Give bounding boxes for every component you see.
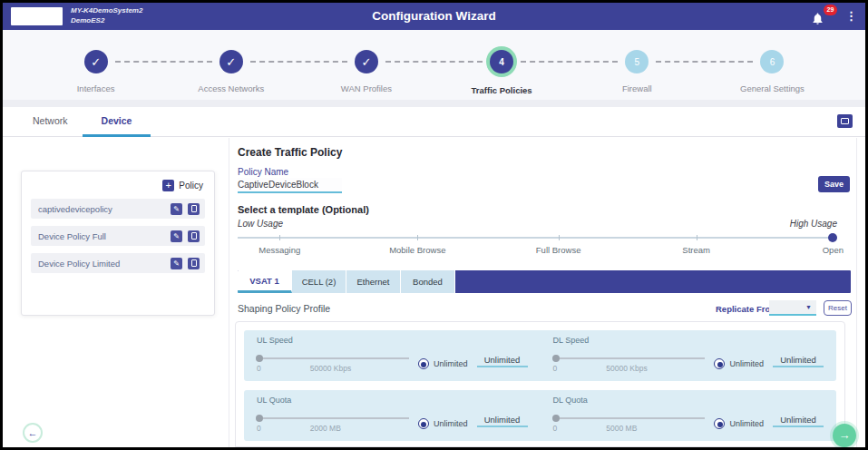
delete-icon[interactable]	[188, 203, 200, 215]
ul-speed-panel: UL Speed 0 50000 Kbps Unlimited	[244, 330, 541, 381]
policy-name: Device Policy Full	[31, 231, 171, 241]
slider-knob[interactable]	[256, 355, 263, 362]
template-heading: Select a template (Optional)	[238, 204, 369, 215]
ul-quota-panel: UL Quota 0 2000 MB Unlimited	[244, 390, 541, 441]
policy-name-input[interactable]	[238, 178, 342, 193]
speed-slider-row: UL Speed 0 50000 Kbps Unlimited DL Speed	[244, 330, 836, 381]
dropdown-arrow-icon: ▼	[805, 304, 812, 310]
trash-glyph	[191, 259, 197, 267]
quota-slider-row: UL Quota 0 2000 MB Unlimited DL Quota	[244, 390, 836, 441]
delete-icon[interactable]	[188, 230, 200, 242]
unlimited-radio[interactable]	[714, 358, 725, 369]
dl-speed-panel: DL Speed 0 50000 Kbps Unlimited	[541, 330, 837, 381]
slider-min: 0	[553, 424, 558, 433]
step-label: Traffic Policies	[472, 85, 532, 95]
slider-max: 50000 Kbps	[606, 364, 647, 373]
add-policy-button[interactable]: + Policy	[22, 171, 214, 199]
policy-list-item[interactable]: Device Policy Limited ✎	[31, 253, 205, 273]
dl-speed-label: DL Speed	[553, 336, 824, 345]
check-icon: ✓	[84, 50, 108, 73]
ul-speed-label: UL Speed	[257, 336, 528, 345]
replicate-from-dropdown[interactable]: ▼	[769, 300, 816, 316]
step-interfaces[interactable]: ✓ Interfaces	[28, 30, 163, 100]
slider-tick	[279, 235, 280, 240]
unlimited-radio[interactable]	[418, 418, 429, 429]
unlimited-radio[interactable]	[418, 358, 429, 369]
ul-quota-value-input[interactable]	[477, 413, 528, 427]
policy-list-item[interactable]: Device Policy Full ✎	[31, 226, 205, 246]
tab-cell[interactable]: CELL (2)	[292, 270, 346, 293]
slider-max: 5000 MB	[606, 424, 637, 433]
slider-min: 0	[257, 364, 261, 373]
ul-speed-slider[interactable]: 0 50000 Kbps	[257, 353, 409, 375]
step-firewall[interactable]: 5 Firewall	[570, 30, 705, 100]
reset-button[interactable]: Reset	[824, 300, 852, 316]
step-general-settings[interactable]: 6 General Settings	[705, 30, 840, 100]
high-usage-label: High Usage	[765, 219, 837, 229]
template-option-mobile-browse[interactable]: Mobile Browse	[389, 245, 445, 255]
slider-tick	[559, 235, 560, 240]
configuration-wizard-screen: MY-K4DemoSystem2 DemoES2 Configuration W…	[0, 0, 868, 450]
policy-name: captivedevicepolicy	[31, 204, 171, 214]
slider-knob[interactable]	[256, 415, 263, 422]
back-button[interactable]: ←	[23, 423, 43, 443]
panel-toggle-icon[interactable]	[837, 114, 853, 128]
slider-knob[interactable]	[552, 355, 560, 362]
template-slider-track[interactable]	[238, 237, 837, 239]
step-wan-profiles[interactable]: ✓ WAN Profiles	[298, 30, 434, 100]
delete-icon[interactable]	[188, 258, 200, 269]
check-icon: ✓	[219, 50, 243, 73]
slider-min: 0	[257, 424, 261, 433]
policy-name-label: Policy Name	[238, 167, 288, 177]
dl-speed-slider[interactable]: 0 50000 Kbps	[553, 353, 706, 375]
unlimited-radio[interactable]	[714, 418, 725, 429]
policy-name: Device Policy Limited	[31, 259, 171, 269]
template-option-stream[interactable]: Stream	[682, 245, 710, 255]
tab-device[interactable]: Device	[83, 107, 151, 137]
slider-min: 0	[553, 364, 558, 373]
ul-quota-slider[interactable]: 0 2000 MB	[257, 413, 409, 435]
wizard-stepper: ✓ Interfaces ✓ Access Networks ✓ WAN Pro…	[3, 30, 865, 100]
notifications-button[interactable]: 29	[811, 8, 829, 26]
forward-button[interactable]: →	[833, 424, 856, 447]
shaping-profile-card: UL Speed 0 50000 Kbps Unlimited DL Speed	[235, 321, 845, 447]
template-option-messaging[interactable]: Messaging	[258, 245, 300, 255]
section-separator	[3, 100, 865, 107]
notification-badge: 29	[824, 5, 837, 15]
template-option-full-browse[interactable]: Full Browse	[536, 245, 581, 255]
kebab-menu-icon[interactable]: ⋮	[845, 9, 854, 24]
edit-icon[interactable]: ✎	[171, 258, 182, 269]
slider-track	[257, 357, 409, 359]
tab-bonded[interactable]: Bonded	[401, 270, 455, 293]
bell-icon	[811, 12, 824, 25]
tab-network[interactable]: Network	[33, 115, 68, 126]
tab-vsat-1[interactable]: VSAT 1	[238, 270, 292, 293]
template-slider[interactable]: Messaging Mobile Browse Full Browse Stre…	[238, 234, 837, 256]
tab-ethernet[interactable]: Ethernet	[346, 270, 401, 293]
slider-max: 2000 MB	[310, 424, 341, 433]
trash-glyph	[191, 205, 197, 212]
edit-icon[interactable]: ✎	[171, 230, 182, 242]
slider-track	[553, 417, 706, 419]
page-title: Configuration Wizard	[3, 9, 865, 23]
ul-speed-value-input[interactable]	[477, 353, 528, 367]
step-label: Access Networks	[198, 83, 264, 93]
step-label: WAN Profiles	[341, 83, 392, 93]
dl-speed-value-input[interactable]	[773, 353, 824, 367]
dl-quota-value-input[interactable]	[773, 413, 824, 427]
step-traffic-policies[interactable]: 4 Traffic Policies	[434, 30, 570, 100]
edit-icon[interactable]: ✎	[171, 203, 182, 215]
unlimited-radio-label: Unlimited	[729, 419, 764, 428]
check-icon: ✓	[355, 50, 378, 73]
window-glyph	[841, 118, 849, 124]
template-option-open[interactable]: Open	[823, 245, 844, 255]
slider-tick	[417, 235, 418, 240]
template-slider-knob[interactable]	[828, 233, 837, 242]
slider-knob[interactable]	[552, 415, 560, 422]
step-access-networks[interactable]: ✓ Access Networks	[163, 30, 298, 100]
policy-list-item[interactable]: captivedevicepolicy ✎	[31, 199, 205, 219]
save-button[interactable]: Save	[818, 176, 850, 192]
unlimited-radio-label: Unlimited	[434, 359, 468, 368]
radio-dot	[717, 422, 723, 427]
dl-quota-slider[interactable]: 0 5000 MB	[553, 413, 706, 435]
